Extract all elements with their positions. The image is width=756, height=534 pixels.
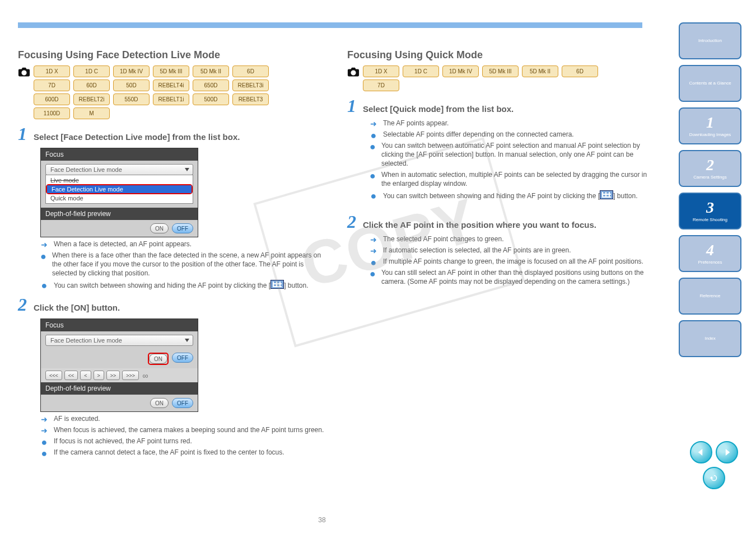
focus-step-button[interactable]: >> xyxy=(106,371,120,380)
chapter-nav-item[interactable]: Reference xyxy=(679,278,741,315)
focus-panel-2: Focus Face Detection Live mode ON OFF <<… xyxy=(40,318,198,412)
mode-badge: 650D xyxy=(193,79,229,91)
left-s2-arrow1: ➜AF is executed. xyxy=(40,414,329,423)
mode-badge: 500D xyxy=(193,93,229,105)
chapter-label: Preferences xyxy=(696,260,724,265)
r-s1-b1-text: Selectable AF points differ depending on… xyxy=(383,130,574,139)
chapter-nav-item[interactable]: Contents at a Glance xyxy=(679,65,741,102)
mode-badge: 7D xyxy=(34,79,70,91)
mode-badge: 6D xyxy=(232,65,269,77)
mode-badge: 1D C xyxy=(73,65,110,77)
left-s2-a2-text: When focus is achieved, the camera makes… xyxy=(54,425,324,434)
chapter-nav: IntroductionContents at a Glance1Downloa… xyxy=(679,22,739,357)
mode-badge: REBELT4i xyxy=(153,79,189,91)
focus-off-button[interactable]: OFF xyxy=(172,353,193,363)
left-s2-a1-text: AF is executed. xyxy=(54,414,100,423)
left-s2-b2: ●If the camera cannot detect a face, the… xyxy=(40,448,329,457)
r-s2-arrow1: ➜The selected AF point changes to green. xyxy=(370,235,658,243)
r-s1-b3-text: When in automatic selection, multiple AF… xyxy=(381,170,658,188)
chapter-number: 2 xyxy=(706,157,714,173)
chapter-nav-item[interactable]: 2Camera Settings xyxy=(679,150,741,187)
mode-badge: 5D Mk III xyxy=(153,65,189,77)
chapter-label: Index xyxy=(702,336,718,341)
dof-on-2[interactable]: ON xyxy=(150,398,169,408)
left-s1-b2-text: You can switch between showing and hidin… xyxy=(54,280,309,290)
r-s2-a2-text: If automatic selection is selected, all … xyxy=(383,246,571,255)
prev-page-button[interactable] xyxy=(690,441,712,463)
chapter-nav-item[interactable]: Introduction xyxy=(679,22,741,59)
chapter-label: Introduction xyxy=(696,38,724,44)
dof-off-2[interactable]: OFF xyxy=(172,398,193,408)
r-s2-a1-text: The selected AF point changes to green. xyxy=(383,235,503,243)
chapter-number: 4 xyxy=(706,242,714,258)
r-s2-b1-text: If multiple AF points change to green, t… xyxy=(383,257,643,266)
mode-badge: 1D X xyxy=(363,65,399,77)
mode-badge: 5D Mk II xyxy=(193,65,229,77)
r-s2-arrow2: ➜If automatic selection is selected, all… xyxy=(370,246,658,255)
focus-step-button[interactable]: <<< xyxy=(45,371,62,380)
left-step1-text: Select [Face Detection Live mode] from t… xyxy=(34,132,240,142)
step-number: 1 xyxy=(18,124,27,144)
focus-mode-select-2[interactable]: Face Detection Live mode xyxy=(45,335,193,346)
opt-quick-mode[interactable]: Quick mode xyxy=(46,194,193,202)
r-s2-b2: ●You can still select an AF point in oth… xyxy=(370,268,658,286)
focus-step-button[interactable]: << xyxy=(64,371,78,380)
next-page-button[interactable] xyxy=(716,441,738,463)
camera-icon xyxy=(18,67,30,77)
mode-badge: REBELT2i xyxy=(73,93,110,105)
back-button[interactable] xyxy=(703,467,725,489)
focus-mode-dropdown[interactable]: Live mode Face Detection Live mode Quick… xyxy=(45,175,193,204)
chapter-label: Downloading Images xyxy=(687,132,734,138)
mode-badge: 1D C xyxy=(403,65,439,77)
chapter-nav-item[interactable]: 1Downloading Images xyxy=(679,107,741,144)
mode-badge: REBELT3 xyxy=(232,93,269,105)
chapter-nav-item[interactable]: 4Preferences xyxy=(679,235,741,272)
top-rule xyxy=(18,22,642,28)
focus-on-button[interactable]: ON xyxy=(149,354,167,364)
r-s1-arrow-text: The AF points appear. xyxy=(383,119,449,128)
chapter-label: Remote Shooting xyxy=(690,217,730,223)
chapter-label: Contents at a Glance xyxy=(687,81,733,86)
dof-off[interactable]: OFF xyxy=(172,223,193,233)
focus-step-button[interactable]: >>> xyxy=(122,371,139,380)
opt-live-mode[interactable]: Live mode xyxy=(46,176,193,184)
mode-badge: M xyxy=(73,107,110,119)
mode-badge: 600D xyxy=(34,93,70,105)
dof-label-2: Depth-of-field preview xyxy=(41,382,198,395)
r-s1-b2: ●You can switch between automatic AF poi… xyxy=(370,141,658,168)
mode-badge: 550D xyxy=(113,93,150,105)
left-step1: 1 Select [Face Detection Live mode] from… xyxy=(18,124,329,144)
left-s2-b1: ●If focus is not achieved, the AF point … xyxy=(40,437,329,446)
r-step1-text: Select [Quick mode] from the list box. xyxy=(363,104,514,114)
left-s1-b2: ●You can switch between showing and hidi… xyxy=(40,280,329,290)
dof-on[interactable]: ON xyxy=(150,223,169,233)
r-s1-b3: ●When in automatic selection, multiple A… xyxy=(370,170,658,188)
r-s2-b1: ●If multiple AF points change to green, … xyxy=(370,257,658,266)
left-step2: 2 Click the [ON] button. xyxy=(18,294,329,315)
chapter-nav-item[interactable]: 3Remote Shooting xyxy=(679,193,741,229)
focus-step-button[interactable]: < xyxy=(80,371,91,380)
dof-label: Depth-of-field preview xyxy=(41,208,198,220)
mode-badge: 7D xyxy=(363,79,399,91)
left-s1-b2-a: You can switch between showing and hidin… xyxy=(54,282,270,289)
mode-badge: 5D Mk II xyxy=(522,65,558,77)
r-step2-num: 2 xyxy=(347,212,356,232)
focus-head-2: Focus xyxy=(41,319,198,331)
left-s1-arrow: ➜When a face is detected, an AF point ap… xyxy=(40,240,329,249)
r-s1-b4-text: You can switch between showing and hidin… xyxy=(383,190,638,200)
focus-step-button[interactable]: > xyxy=(94,371,104,380)
page-number: 38 xyxy=(0,516,644,524)
page-nav xyxy=(690,441,738,489)
chapter-nav-item[interactable]: Index xyxy=(679,320,741,357)
focus-mode-select[interactable]: Face Detection Live mode xyxy=(45,164,193,175)
chapter-number: 3 xyxy=(706,200,714,216)
left-s1-b1: ●When there is a face other than the fac… xyxy=(40,251,329,278)
r-s1-b4-a: You can switch between showing and hidin… xyxy=(383,192,600,200)
opt-face-detect[interactable]: Face Detection Live mode xyxy=(47,185,192,193)
right-mode-grid: 1D X1D C1D Mk IV5D Mk III5D Mk II6D7D xyxy=(363,65,609,91)
r-s1-b4: ●You can switch between showing and hidi… xyxy=(370,190,658,200)
left-s2-b1-text: If focus is not achieved, the AF point t… xyxy=(54,437,192,446)
left-column: Focusing Using Face Detection Live Mode … xyxy=(18,49,329,459)
left-mode-row: 1D X1D C1D Mk IV5D Mk III5D Mk II6D7D60D… xyxy=(18,65,329,119)
mode-badge: 1D Mk IV xyxy=(442,65,479,77)
